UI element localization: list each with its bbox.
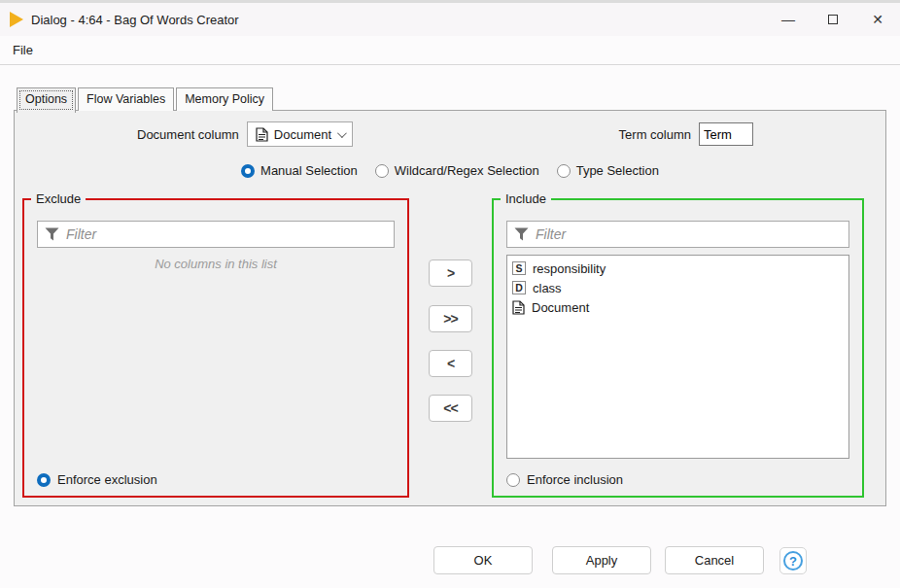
tab-options-label: Options	[25, 92, 67, 106]
enforce-inclusion-label: Enforce inclusion	[527, 472, 623, 487]
document-type-icon	[512, 300, 525, 315]
tab-memory-policy-label: Memory Policy	[185, 92, 264, 106]
exclude-empty-text: No columns in this list	[24, 257, 407, 271]
window-controls: — ✕	[766, 3, 900, 36]
radio-icon	[557, 164, 571, 178]
enforce-exclusion-radio[interactable]: Enforce exclusion	[37, 472, 157, 487]
radio-icon	[37, 473, 51, 487]
radio-icon	[506, 473, 520, 487]
include-list[interactable]: SresponsibilityDclassDocument	[506, 255, 849, 459]
radio-manual-selection[interactable]: Manual Selection	[241, 163, 358, 178]
exclude-panel: Exclude No columns in this list Enforce …	[22, 198, 409, 498]
document-type-icon	[256, 127, 268, 142]
term-column-input[interactable]	[699, 122, 753, 146]
list-item-label: responsibility	[533, 261, 606, 276]
menu-bar: File	[0, 36, 900, 65]
document-column-value: Document	[274, 127, 331, 142]
list-item-label: class	[533, 281, 562, 295]
dialog-window: Dialog - 4:64 - Bag Of Words Creator — ✕…	[0, 0, 900, 588]
close-button[interactable]: ✕	[855, 3, 900, 36]
title-bar[interactable]: Dialog - 4:64 - Bag Of Words Creator — ✕	[0, 3, 900, 36]
exclude-panel-title: Exclude	[31, 191, 86, 206]
include-filter-box	[506, 221, 849, 248]
window-title: Dialog - 4:64 - Bag Of Words Creator	[31, 13, 239, 27]
move-all-right-button[interactable]: >>	[429, 305, 472, 332]
radio-icon	[241, 164, 255, 178]
string-type-icon: S	[512, 261, 526, 275]
enforce-inclusion-radio[interactable]: Enforce inclusion	[506, 472, 623, 487]
options-panel: Document column Document Term column Man…	[14, 110, 886, 506]
include-panel: Include SresponsibilityDclassDocument En…	[492, 198, 864, 498]
double-type-icon: D	[512, 281, 526, 294]
ok-button[interactable]: OK	[433, 546, 533, 574]
file-menu[interactable]: File	[9, 41, 37, 59]
radio-wildcard-regex-selection-label: Wildcard/Regex Selection	[395, 163, 539, 178]
list-item[interactable]: Document	[507, 297, 848, 317]
list-item-label: Document	[532, 300, 589, 315]
list-item[interactable]: Sresponsibility	[507, 259, 848, 278]
minimize-button[interactable]: —	[766, 3, 811, 36]
tab-bar: Options Flow Variables Memory Policy	[17, 87, 275, 111]
exclude-filter-box	[37, 221, 395, 248]
move-left-button[interactable]: <	[429, 350, 472, 377]
help-button[interactable]: ?	[779, 547, 807, 574]
tab-flow-variables[interactable]: Flow Variables	[78, 87, 174, 111]
radio-icon	[375, 164, 389, 178]
radio-type-selection-label: Type Selection	[576, 163, 659, 178]
cancel-button[interactable]: Cancel	[665, 546, 764, 574]
tab-flow-variables-label: Flow Variables	[87, 92, 165, 106]
selection-mode-row: Manual Selection Wildcard/Regex Selectio…	[15, 163, 885, 178]
document-column-select[interactable]: Document	[247, 121, 353, 147]
move-all-left-button[interactable]: <<	[429, 395, 472, 422]
maximize-button[interactable]	[811, 3, 855, 36]
filter-funnel-icon	[514, 227, 529, 241]
apply-button[interactable]: Apply	[552, 546, 651, 574]
knime-triangle-icon	[10, 12, 23, 27]
include-filter-input[interactable]	[536, 226, 842, 242]
document-column-label: Document column	[137, 127, 239, 142]
radio-wildcard-regex-selection[interactable]: Wildcard/Regex Selection	[375, 163, 539, 178]
enforce-exclusion-label: Enforce exclusion	[57, 472, 157, 487]
include-panel-title: Include	[501, 191, 551, 206]
list-item[interactable]: Dclass	[507, 278, 848, 297]
term-column-group: Term column	[619, 122, 753, 146]
exclude-filter-input[interactable]	[66, 226, 387, 242]
help-icon: ?	[783, 551, 803, 571]
document-column-group: Document column Document	[137, 121, 353, 147]
maximize-icon	[828, 15, 838, 24]
filter-funnel-icon	[45, 227, 59, 241]
chevron-down-icon	[337, 128, 347, 138]
term-column-label: Term column	[619, 127, 691, 142]
tab-memory-policy[interactable]: Memory Policy	[176, 87, 273, 111]
radio-manual-selection-label: Manual Selection	[260, 163, 358, 178]
tab-options[interactable]: Options	[17, 87, 76, 113]
move-right-button[interactable]: >	[429, 259, 472, 287]
radio-type-selection[interactable]: Type Selection	[557, 163, 659, 178]
